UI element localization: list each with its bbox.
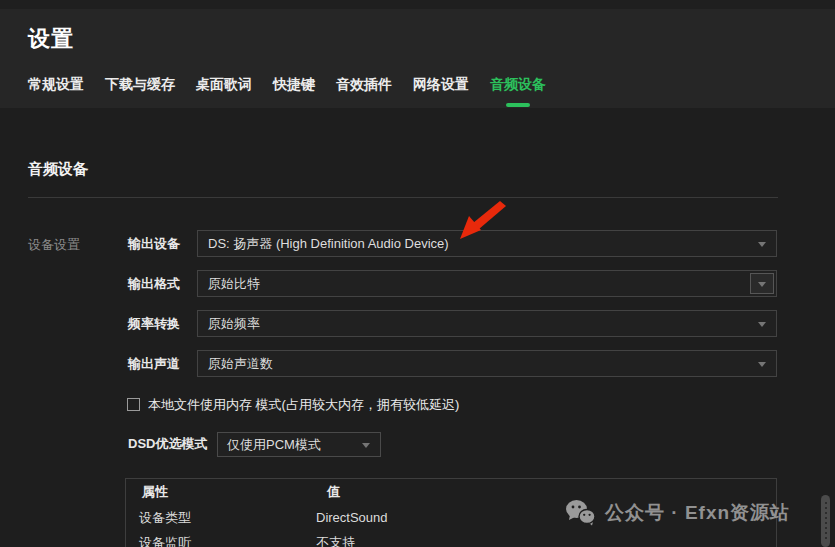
wechat-icon bbox=[565, 499, 596, 526]
table-row: 设备监听 不支持 bbox=[126, 530, 776, 547]
sample-rate-select[interactable]: 原始频率 bbox=[197, 310, 777, 337]
chevron-down-icon bbox=[758, 282, 766, 287]
memory-mode-label: 本地文件使用内存 模式(占用较大内存，拥有较低延迟) bbox=[148, 396, 459, 414]
section-divider bbox=[28, 197, 778, 198]
group-label-device-settings: 设备设置 bbox=[28, 236, 80, 254]
sample-rate-row: 频率转换 原始频率 bbox=[128, 310, 777, 337]
output-device-label: 输出设备 bbox=[128, 230, 180, 257]
dsd-mode-label: DSD优选模式 bbox=[128, 431, 207, 457]
tab-download-cache[interactable]: 下载与缓存 bbox=[105, 76, 175, 107]
output-channel-select[interactable]: 原始声道数 bbox=[197, 350, 777, 377]
chevron-down-icon bbox=[758, 362, 766, 367]
table-header-property: 属性 bbox=[126, 483, 314, 501]
dsd-mode-value: 仅使用PCM模式 bbox=[218, 433, 380, 456]
tab-hotkeys[interactable]: 快捷键 bbox=[273, 76, 315, 107]
watermark: 公众号 · Efxn资源站 bbox=[565, 499, 790, 526]
table-cell-property: 设备类型 bbox=[126, 509, 314, 527]
memory-mode-checkbox[interactable] bbox=[127, 398, 140, 411]
output-device-row: 输出设备 DS: 扬声器 (High Definition Audio Devi… bbox=[128, 230, 777, 257]
output-format-value: 原始比特 bbox=[198, 271, 776, 296]
scrollbar-grip-dots bbox=[825, 502, 827, 542]
active-tab-underline bbox=[506, 103, 530, 107]
sample-rate-label: 频率转换 bbox=[128, 310, 180, 337]
settings-tab-bar: 常规设置 下载与缓存 桌面歌词 快捷键 音效插件 网络设置 音频设备 bbox=[28, 76, 546, 107]
settings-header: 设置 常规设置 下载与缓存 桌面歌词 快捷键 音效插件 网络设置 音频设备 bbox=[0, 0, 835, 108]
output-format-row: 输出格式 原始比特 bbox=[128, 270, 777, 297]
output-format-dropdown-button[interactable] bbox=[750, 273, 774, 294]
output-format-label: 输出格式 bbox=[128, 270, 180, 297]
output-channel-label: 输出声道 bbox=[128, 350, 180, 377]
chevron-down-icon bbox=[362, 443, 370, 448]
tab-audio-device[interactable]: 音频设备 bbox=[490, 76, 546, 107]
chevron-down-icon bbox=[758, 322, 766, 327]
output-channel-row: 输出声道 原始声道数 bbox=[128, 350, 777, 377]
output-channel-value: 原始声道数 bbox=[198, 351, 776, 376]
sample-rate-value: 原始频率 bbox=[198, 311, 776, 336]
table-cell-property: 设备监听 bbox=[126, 534, 314, 547]
annotation-arrow-icon bbox=[455, 200, 510, 242]
tab-network[interactable]: 网络设置 bbox=[413, 76, 469, 107]
tab-desktop-lyrics[interactable]: 桌面歌词 bbox=[196, 76, 252, 107]
memory-mode-row: 本地文件使用内存 模式(占用较大内存，拥有较低延迟) bbox=[127, 396, 459, 413]
titlebar-strip bbox=[0, 0, 835, 9]
output-format-select[interactable]: 原始比特 bbox=[197, 270, 777, 297]
page-title: 设置 bbox=[28, 24, 74, 54]
settings-window: 设置 常规设置 下载与缓存 桌面歌词 快捷键 音效插件 网络设置 音频设备 音频… bbox=[0, 0, 835, 547]
tab-sound-effects[interactable]: 音效插件 bbox=[336, 76, 392, 107]
scrollbar-thumb[interactable] bbox=[821, 495, 830, 547]
dsd-mode-select[interactable]: 仅使用PCM模式 bbox=[217, 432, 381, 457]
tab-general[interactable]: 常规设置 bbox=[28, 76, 84, 107]
table-cell-value: 不支持 bbox=[314, 534, 776, 547]
watermark-text: 公众号 · Efxn资源站 bbox=[605, 500, 790, 526]
chevron-down-icon bbox=[758, 242, 766, 247]
section-heading-audio-device: 音频设备 bbox=[28, 160, 88, 179]
